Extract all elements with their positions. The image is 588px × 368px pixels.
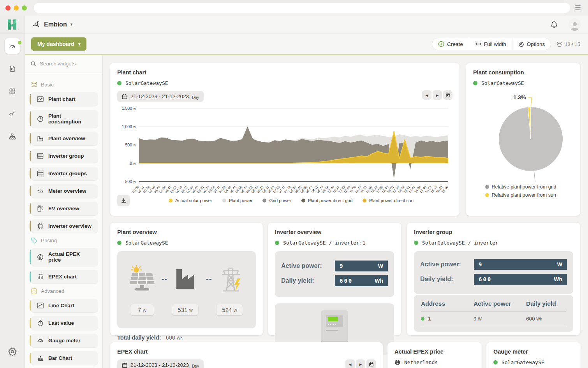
widget-library-item-inverter-group[interactable]: Inverter group [31, 149, 98, 163]
legend-item-plant-power-direct-grid[interactable]: Plant power direct grid [301, 198, 352, 203]
close-window-button[interactable] [5, 5, 11, 11]
widget-title: Inverter overview [275, 229, 394, 235]
widget-library-item-inverter-overview[interactable]: Inverter overview [31, 219, 98, 233]
widget-library-item-gauge-meter[interactable]: Gauge meter [31, 334, 98, 347]
legend-item-plant-power-direct-sun[interactable]: Plant power direct sun [363, 198, 414, 203]
legend-dot [485, 185, 489, 189]
layers-icon [30, 81, 38, 88]
key-rail-item[interactable] [5, 106, 20, 121]
power-value-badge: 7 W [130, 304, 154, 315]
invoice-rail-item[interactable] [5, 61, 20, 76]
widget-library-item-plant-chart[interactable]: Plant chart [31, 92, 98, 106]
full-width-button[interactable]: Full width [469, 38, 512, 50]
date-range-picker[interactable]: 21-12-2023 - 21-12-2023 Day [117, 359, 204, 368]
total-daily-yield-label: Total daily yield: [117, 335, 161, 341]
bell-icon[interactable] [550, 20, 558, 29]
widget-library-item-actual-epex-price[interactable]: Actual EPEX price [31, 248, 98, 266]
search-input[interactable] [40, 61, 94, 67]
invoice-icon [9, 65, 16, 72]
sitemap-rail-item[interactable] [5, 129, 20, 144]
legend-item-grid-power[interactable]: Grid power [262, 198, 291, 203]
factory-icon [37, 135, 44, 142]
svg-text:0 W: 0 W [130, 161, 136, 166]
drag-handle [30, 250, 32, 264]
date-mode-label: Day [192, 95, 199, 100]
drag-handle [30, 271, 32, 282]
widget-library-item-epex-chart[interactable]: EPEX chart [31, 270, 98, 283]
legend-item-actual-solar-power[interactable]: Actual solar power [169, 198, 212, 203]
widget-library-item-plant-consumption[interactable]: Plant consumption [31, 110, 98, 128]
dashboard-toolbar: My dashboard ▾ Create Full wid [25, 33, 588, 55]
network-icon [32, 20, 40, 29]
dashboard-icon [9, 42, 16, 50]
dashboard-selector-button[interactable]: My dashboard ▾ [31, 37, 86, 51]
date-range-text: 21-12-2023 - 21-12-2023 [130, 93, 189, 99]
key-icon [9, 110, 16, 118]
date-range-picker[interactable]: 21-12-2023 - 21-12-2023 Day [117, 91, 204, 102]
legend-dot [262, 199, 266, 202]
drag-handle [30, 300, 32, 311]
widget-library-item-line-chart[interactable]: Line Chart [31, 299, 98, 312]
chart-up-icon [37, 273, 44, 280]
minimize-window-button[interactable] [14, 5, 19, 11]
prev-period-button[interactable]: ◂ [422, 90, 431, 100]
power-value-badge: 524 W [217, 304, 243, 315]
drag-handle [30, 168, 32, 179]
widgets-rail-item[interactable] [5, 83, 20, 99]
address-bar[interactable] [34, 3, 570, 13]
legend-item-relative-plant-power-from-sun[interactable]: Relative plant power from sun [485, 192, 556, 198]
toolbar-actions: Create Full width Options [432, 38, 551, 50]
energy-flow-panel: 7 W531 W524 W [117, 251, 256, 328]
plus-circle-icon [438, 41, 444, 47]
widget-library-item-ev-overview[interactable]: EV overview [31, 202, 98, 215]
device-name: SolarGatewaySE [125, 80, 168, 86]
sitemap-icon [9, 133, 16, 140]
power-value-badge: 531 W [172, 304, 198, 315]
line-chart-icon [37, 302, 44, 309]
bars-icon [37, 354, 44, 362]
download-chart-button[interactable] [117, 195, 130, 206]
hamburger-icon[interactable]: ☰ [573, 4, 583, 11]
inverter-values-panel: Active power:9WDaily yield:600Wh [275, 251, 394, 297]
options-button[interactable]: Options [512, 38, 551, 50]
tag-icon [30, 237, 38, 244]
gauge-meter-widget: Gauge meter SolarGatewaySE [486, 342, 581, 368]
device-name: SolarGatewaySE [481, 80, 524, 86]
calendar-icon [122, 94, 127, 99]
next-period-button[interactable]: ▸ [433, 90, 442, 100]
inverter-value-row: Daily yield:600Wh [420, 274, 567, 285]
legend-dot [363, 199, 366, 202]
plant-consumption-widget: Plant consumption SolarGatewaySE 1.3%98.… [466, 63, 580, 216]
app-logo[interactable] [0, 16, 25, 33]
inverter-value-row: Daily yield:600Wh [281, 275, 388, 286]
pylon-icon [214, 265, 248, 293]
plant-chart-plot[interactable]: 1.500 W1.000 W500 W0 W-500 W00:0000:1700… [117, 104, 452, 194]
dashboard-rail-item[interactable] [5, 38, 20, 54]
legend-item-plant-power[interactable]: Plant power [222, 198, 253, 203]
user-avatar[interactable] [569, 18, 581, 31]
device-name: SolarGatewaySE [502, 359, 544, 365]
consumption-pie-chart[interactable]: 1.3%98.7% [473, 86, 573, 182]
widget-library-item-plant-overview[interactable]: Plant overview [31, 132, 98, 145]
calendar-today-button[interactable] [366, 359, 376, 368]
calendar-day-icon [445, 93, 451, 98]
org-switcher[interactable]: Embion ▾ [32, 20, 72, 29]
region-name: Netherlands [404, 359, 438, 365]
prev-period-button[interactable]: ◂ [345, 359, 355, 368]
next-period-button[interactable]: ▸ [356, 359, 365, 368]
legend-item-relative-plant-power-from-grid[interactable]: Relative plant power from grid [485, 184, 556, 190]
settings-rail-item[interactable] [5, 344, 20, 359]
drag-handle [30, 221, 32, 231]
section-header-pricing: Pricing [30, 237, 97, 244]
widget-library-item-last-value[interactable]: Last value [31, 316, 98, 330]
create-button[interactable]: Create [432, 38, 469, 50]
maximize-window-button[interactable] [22, 5, 27, 11]
energy-flow-connector [162, 279, 167, 280]
status-dot [421, 317, 424, 320]
widget-library-item-meter-overview[interactable]: Meter overview [31, 184, 98, 198]
calendar-today-button[interactable] [443, 90, 452, 100]
widget-library-item-bar-chart[interactable]: Bar Chart [31, 351, 98, 365]
widget-library-item-inverter-groups[interactable]: Inverter groups [31, 167, 98, 180]
status-dot [473, 81, 477, 85]
full-width-label: Full width [484, 41, 506, 47]
